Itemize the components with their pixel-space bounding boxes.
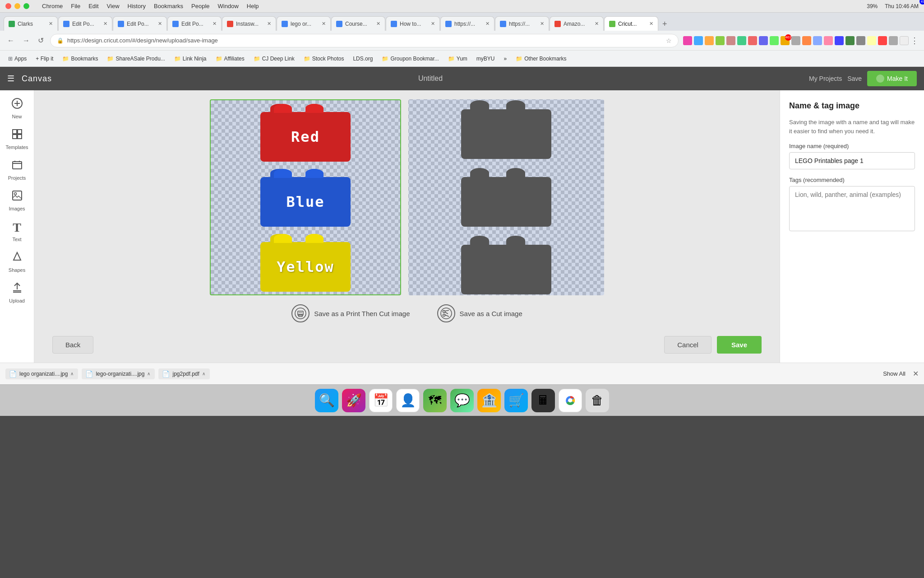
menu-file[interactable]: File — [71, 3, 80, 9]
bm-linkninja[interactable]: 📁 Link Ninja — [171, 55, 210, 63]
traffic-lights[interactable] — [5, 3, 29, 9]
ext-icon-4[interactable] — [716, 36, 725, 45]
download-item-1[interactable]: 📄 lego organizati....jpg ∧ — [5, 368, 78, 379]
tab-editpo1[interactable]: Edit Po... ✕ — [58, 16, 112, 31]
menu-view[interactable]: View — [107, 3, 120, 9]
bm-lds[interactable]: LDS.org — [349, 55, 376, 63]
download-arrow-2[interactable]: ∧ — [147, 371, 150, 376]
menu-chrome[interactable]: Chrome — [42, 3, 63, 9]
back-nav-button[interactable]: ← — [5, 35, 16, 47]
menu-window[interactable]: Window — [218, 3, 239, 9]
tab-close-icon[interactable]: ✕ — [595, 21, 599, 27]
dock-trash[interactable]: 🗑 — [586, 389, 609, 412]
menu-people[interactable]: People — [191, 3, 209, 9]
tab-course[interactable]: Course... ✕ — [331, 16, 385, 31]
tab-editpo2[interactable]: Edit Po... ✕ — [113, 16, 167, 31]
url-bar[interactable]: 🔒 https://design.cricut.com/#/design/new… — [50, 34, 679, 47]
tab-close-icon[interactable]: ✕ — [485, 21, 490, 27]
menu-history[interactable]: History — [128, 3, 146, 9]
bm-bookmarks[interactable]: 📁 Bookmarks — [59, 55, 102, 63]
bm-stockphotos[interactable]: 📁 Stock Photos — [300, 55, 348, 63]
save-button[interactable]: Save — [847, 75, 862, 82]
ext-icon-11[interactable]: 49 — [802, 36, 811, 45]
ext-icon-19[interactable] — [889, 36, 898, 45]
menu-help[interactable]: Help — [247, 3, 259, 9]
bm-affiliates[interactable]: 📁 Affiliates — [212, 55, 248, 63]
ext-icon-12[interactable] — [813, 36, 822, 45]
ext-icon-badge[interactable]: 461 — [781, 36, 790, 45]
dock-finder[interactable]: 🔍 — [315, 389, 338, 412]
cancel-button[interactable]: Cancel — [664, 336, 711, 354]
ext-icon-18[interactable] — [878, 36, 887, 45]
tab-close-icon[interactable]: ✕ — [49, 21, 53, 27]
dock-launchpad[interactable]: 🚀 — [342, 389, 365, 412]
menu-edit[interactable]: Edit — [88, 3, 98, 9]
tags-input[interactable] — [789, 186, 915, 231]
save-print-then-cut[interactable]: Save as a Print Then Cut image — [291, 304, 410, 322]
star-icon[interactable]: ☆ — [666, 37, 672, 44]
sidebar-item-projects[interactable]: Projects — [2, 155, 32, 184]
profile-icon[interactable] — [900, 36, 909, 45]
tab-amazon[interactable]: Amazo... ✕ — [550, 16, 604, 31]
download-item-2[interactable]: 📄 lego-organizati....jpg ∧ — [82, 368, 155, 379]
save-cut-image[interactable]: Save as a Cut image — [437, 304, 522, 322]
chrome-menu-icon[interactable]: ⋮ — [910, 36, 919, 46]
dock-bank[interactable]: 🏦 — [477, 389, 501, 412]
tab-https2[interactable]: https://... ✕ — [495, 16, 549, 31]
tab-https1[interactable]: https://... ✕ — [440, 16, 494, 31]
ext-icon-9[interactable] — [770, 36, 779, 45]
dock-chrome[interactable] — [559, 389, 582, 412]
maximize-button[interactable] — [23, 3, 29, 9]
dock-maps[interactable]: 🗺 — [423, 389, 447, 412]
tab-cricut[interactable]: Cricut... ✕ — [604, 16, 658, 31]
dock-store[interactable]: 🛒 — [504, 389, 528, 412]
sidebar-item-shapes[interactable]: Shapes — [2, 247, 32, 276]
reload-button[interactable]: ↺ — [36, 34, 46, 47]
ext-icon-17[interactable] — [867, 36, 876, 45]
ext-icon-10[interactable] — [791, 36, 800, 45]
downloads-close-button[interactable]: ✕ — [913, 369, 919, 378]
show-all-button[interactable]: Show All — [879, 368, 909, 379]
tab-howto[interactable]: How to... ✕ — [386, 16, 440, 31]
bm-shareasale[interactable]: 📁 ShareASale Produ... — [103, 55, 168, 63]
bm-cjdeeplink[interactable]: 📁 CJ Deep Link — [250, 55, 298, 63]
tab-close-icon[interactable]: ✕ — [376, 21, 380, 27]
my-projects-button[interactable]: My Projects — [809, 75, 842, 82]
ext-icon-8[interactable] — [759, 36, 768, 45]
ext-icon-14[interactable] — [835, 36, 844, 45]
download-item-3[interactable]: 📄 jpg2pdf.pdf ∧ — [158, 368, 209, 379]
minimize-button[interactable] — [14, 3, 20, 9]
ext-icon-16[interactable] — [856, 36, 865, 45]
dock-messages[interactable]: 💬 — [450, 389, 474, 412]
close-button[interactable] — [5, 3, 11, 9]
ext-icon-7[interactable] — [748, 36, 757, 45]
ext-icon-15[interactable] — [845, 36, 855, 45]
ext-icon-3[interactable] — [705, 36, 714, 45]
print-image-card[interactable]: Red Blue — [210, 99, 401, 295]
dock-calculator[interactable]: 🖩 — [531, 389, 555, 412]
bm-apps[interactable]: ⊞ Apps — [5, 55, 30, 63]
tab-close-icon[interactable]: ✕ — [213, 21, 217, 27]
tab-close-icon[interactable]: ✕ — [431, 21, 435, 27]
dock-contacts[interactable]: 👤 — [396, 389, 420, 412]
forward-nav-button[interactable]: → — [21, 35, 32, 47]
back-button[interactable]: Back — [52, 336, 93, 354]
tab-close-icon[interactable]: ✕ — [158, 21, 162, 27]
bm-mybyu[interactable]: myBYU — [473, 55, 499, 63]
tab-close-icon[interactable]: ✕ — [322, 21, 326, 27]
sidebar-item-new[interactable]: New — [2, 94, 32, 123]
ext-icon-5[interactable] — [726, 36, 735, 45]
tab-editpo3[interactable]: Edit Po... ✕ — [167, 16, 222, 31]
download-arrow-1[interactable]: ∧ — [70, 371, 74, 376]
bm-groupon[interactable]: 📁 Groupon Bookmar... — [378, 55, 442, 63]
tab-close-icon[interactable]: ✕ — [649, 21, 653, 27]
cut-image-card[interactable] — [408, 99, 604, 295]
bm-yum[interactable]: 📁 Yum — [444, 55, 471, 63]
tab-clarks[interactable]: Clarks ✕ — [4, 16, 58, 31]
new-tab-button[interactable]: + — [659, 18, 671, 31]
dock-calendar[interactable]: 📅 — [369, 389, 393, 412]
download-arrow-3[interactable]: ∧ — [202, 371, 205, 376]
menu-bookmarks[interactable]: Bookmarks — [154, 3, 183, 9]
bm-other[interactable]: 📁 Other Bookmarks — [512, 55, 570, 63]
tab-close-icon[interactable]: ✕ — [267, 21, 271, 27]
